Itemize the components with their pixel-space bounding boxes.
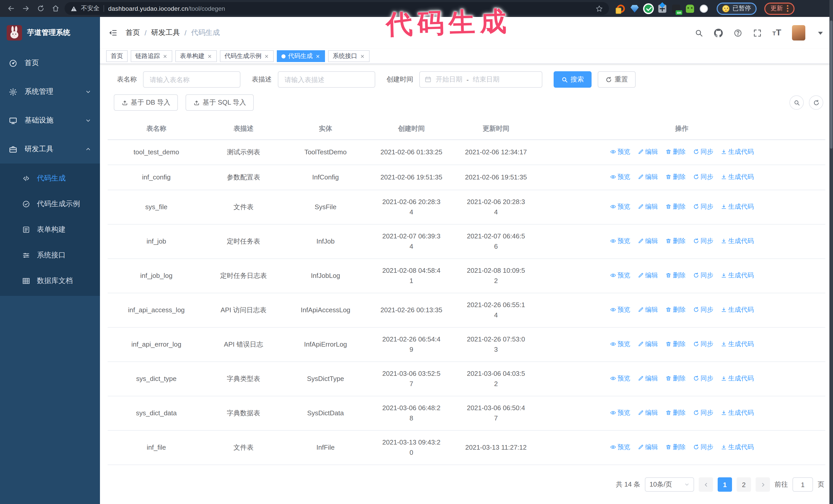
action-edit-link[interactable]: 编辑 bbox=[638, 373, 658, 384]
action-sync-link[interactable]: 同步 bbox=[693, 201, 713, 212]
paused-badge[interactable]: 已暂停 bbox=[717, 2, 757, 15]
action-download-link[interactable]: 生成代码 bbox=[720, 236, 754, 246]
extension-blue-gem-icon[interactable] bbox=[630, 4, 639, 13]
refresh-table-icon[interactable] bbox=[809, 95, 823, 110]
url-text[interactable]: dashboard.yudao.iocoder.cn/tool/codegen bbox=[108, 5, 225, 12]
bookmark-star-icon[interactable] bbox=[596, 5, 603, 12]
github-icon[interactable] bbox=[714, 28, 723, 37]
home-icon[interactable] bbox=[50, 3, 61, 14]
url-bar[interactable]: 不安全 dashboard.yudao.iocoder.cn/tool/code… bbox=[65, 2, 609, 15]
breadcrumb-tools[interactable]: 研发工具 bbox=[151, 28, 180, 38]
page-button-2[interactable]: 2 bbox=[737, 477, 751, 492]
action-sync-link[interactable]: 同步 bbox=[693, 408, 713, 418]
extension-green-robot-icon[interactable] bbox=[686, 4, 694, 13]
tab-系统接口[interactable]: 系统接口 bbox=[328, 50, 370, 62]
action-download-link[interactable]: 生成代码 bbox=[720, 305, 754, 315]
prev-page-button[interactable] bbox=[699, 477, 713, 492]
sidebar-subitem[interactable]: 数据库文档 bbox=[0, 268, 100, 294]
action-sync-link[interactable]: 同步 bbox=[693, 147, 713, 157]
action-trash-link[interactable]: 删除 bbox=[665, 408, 686, 418]
action-eye-link[interactable]: 预览 bbox=[610, 442, 630, 452]
action-eye-link[interactable]: 预览 bbox=[610, 339, 630, 349]
action-sync-link[interactable]: 同步 bbox=[693, 339, 713, 349]
extension-grid-icon[interactable] bbox=[658, 4, 666, 13]
sidebar-subitem[interactable]: 代码生成 bbox=[0, 166, 100, 191]
sidebar-fold-icon[interactable] bbox=[108, 28, 117, 38]
update-button[interactable]: 更新 bbox=[764, 2, 794, 15]
sidebar-subitem[interactable]: 表单构建 bbox=[0, 217, 100, 242]
breadcrumb-home[interactable]: 首页 bbox=[125, 28, 140, 38]
action-sync-link[interactable]: 同步 bbox=[693, 442, 713, 452]
sidebar-item[interactable]: 系统管理 bbox=[0, 77, 100, 106]
close-icon[interactable] bbox=[207, 54, 212, 59]
tab-代码生成示例[interactable]: 代码生成示例 bbox=[220, 50, 274, 62]
action-eye-link[interactable]: 预览 bbox=[610, 147, 630, 157]
action-trash-link[interactable]: 删除 bbox=[665, 339, 686, 349]
action-eye-link[interactable]: 预览 bbox=[610, 201, 630, 212]
action-eye-link[interactable]: 预览 bbox=[610, 305, 630, 315]
back-icon[interactable] bbox=[5, 3, 17, 14]
sidebar-item[interactable]: 首页 bbox=[0, 49, 100, 77]
action-edit-link[interactable]: 编辑 bbox=[638, 305, 658, 315]
date-range-picker[interactable]: 开始日期 - 结束日期 bbox=[419, 71, 542, 88]
action-sync-link[interactable]: 同步 bbox=[693, 270, 713, 281]
import-db-button[interactable]: 基于 DB 导入 bbox=[114, 94, 178, 111]
action-trash-link[interactable]: 删除 bbox=[665, 201, 686, 212]
table-name-input[interactable] bbox=[143, 71, 240, 88]
action-sync-link[interactable]: 同步 bbox=[693, 305, 713, 315]
tab-代码生成[interactable]: 代码生成 bbox=[277, 50, 325, 62]
action-download-link[interactable]: 生成代码 bbox=[720, 442, 754, 452]
action-trash-link[interactable]: 删除 bbox=[665, 373, 686, 384]
tab-链路追踪[interactable]: 链路追踪 bbox=[131, 50, 172, 62]
page-button-1[interactable]: 1 bbox=[718, 477, 732, 492]
sidebar-item[interactable]: 基础设施 bbox=[0, 106, 100, 135]
table-desc-input[interactable] bbox=[278, 71, 375, 88]
close-icon[interactable] bbox=[315, 54, 320, 59]
action-edit-link[interactable]: 编辑 bbox=[638, 270, 658, 281]
action-trash-link[interactable]: 删除 bbox=[665, 270, 686, 281]
kebab-menu-icon[interactable] bbox=[787, 5, 788, 12]
action-download-link[interactable]: 生成代码 bbox=[720, 201, 754, 212]
action-edit-link[interactable]: 编辑 bbox=[638, 236, 658, 246]
extension-white-flower-icon[interactable] bbox=[700, 4, 708, 13]
sidebar-item[interactable]: 研发工具 bbox=[0, 135, 100, 164]
action-sync-link[interactable]: 同步 bbox=[693, 236, 713, 246]
action-edit-link[interactable]: 编辑 bbox=[638, 201, 658, 212]
action-eye-link[interactable]: 预览 bbox=[610, 373, 630, 384]
search-icon[interactable] bbox=[695, 28, 703, 37]
action-eye-link[interactable]: 预览 bbox=[610, 408, 630, 418]
action-edit-link[interactable]: 编辑 bbox=[638, 172, 658, 182]
action-download-link[interactable]: 生成代码 bbox=[720, 147, 754, 157]
user-avatar[interactable] bbox=[792, 25, 805, 41]
sidebar-subitem[interactable]: 系统接口 bbox=[0, 242, 100, 268]
import-sql-button[interactable]: 基于 SQL 导入 bbox=[186, 94, 254, 111]
scrollbar-thumb[interactable] bbox=[830, 21, 832, 149]
action-download-link[interactable]: 生成代码 bbox=[720, 172, 754, 182]
action-sync-link[interactable]: 同步 bbox=[693, 172, 713, 182]
action-edit-link[interactable]: 编辑 bbox=[638, 147, 658, 157]
page-size-select[interactable]: 10条/页 bbox=[645, 477, 694, 492]
app-logo[interactable]: 芋道管理系统 bbox=[0, 17, 100, 49]
next-page-button[interactable] bbox=[756, 477, 770, 492]
action-sync-link[interactable]: 同步 bbox=[693, 373, 713, 384]
action-trash-link[interactable]: 删除 bbox=[665, 442, 686, 452]
tab-首页[interactable]: 首页 bbox=[106, 50, 128, 62]
action-eye-link[interactable]: 预览 bbox=[610, 172, 630, 182]
scrollbar-track[interactable] bbox=[829, 0, 833, 504]
extension-orange-donut-icon[interactable] bbox=[617, 4, 625, 13]
close-icon[interactable] bbox=[360, 54, 365, 59]
action-eye-link[interactable]: 预览 bbox=[610, 236, 630, 246]
caret-down-icon[interactable] bbox=[816, 28, 825, 37]
font-size-icon[interactable]: TT bbox=[772, 28, 781, 38]
forward-icon[interactable] bbox=[20, 3, 31, 14]
action-trash-link[interactable]: 删除 bbox=[665, 147, 686, 157]
action-edit-link[interactable]: 编辑 bbox=[638, 339, 658, 349]
help-icon[interactable] bbox=[734, 28, 742, 37]
extension-green-check-icon[interactable] bbox=[644, 4, 652, 13]
show-search-icon[interactable] bbox=[789, 95, 804, 110]
security-label[interactable]: 不安全 bbox=[81, 4, 99, 13]
goto-page-input[interactable] bbox=[792, 477, 813, 492]
action-download-link[interactable]: 生成代码 bbox=[720, 373, 754, 384]
close-icon[interactable] bbox=[163, 54, 168, 59]
action-download-link[interactable]: 生成代码 bbox=[720, 339, 754, 349]
